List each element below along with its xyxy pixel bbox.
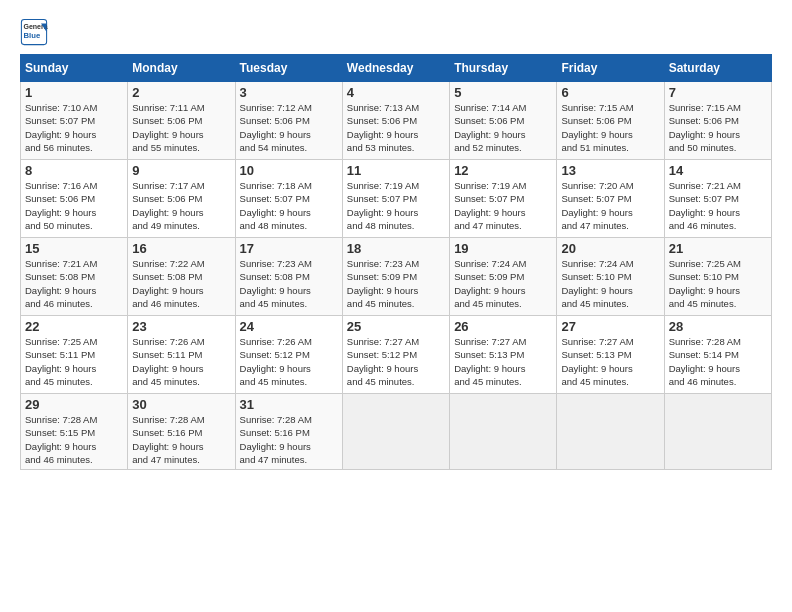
calendar-cell — [342, 394, 449, 470]
day-number: 1 — [25, 85, 123, 100]
day-number: 21 — [669, 241, 767, 256]
day-info: Sunrise: 7:20 AM Sunset: 5:07 PM Dayligh… — [561, 179, 659, 232]
calendar-cell: 28Sunrise: 7:28 AM Sunset: 5:14 PM Dayli… — [664, 316, 771, 394]
day-number: 22 — [25, 319, 123, 334]
calendar-cell: 26Sunrise: 7:27 AM Sunset: 5:13 PM Dayli… — [450, 316, 557, 394]
logo: General Blue — [20, 18, 50, 46]
day-number: 24 — [240, 319, 338, 334]
logo-icon: General Blue — [20, 18, 48, 46]
day-info: Sunrise: 7:15 AM Sunset: 5:06 PM Dayligh… — [561, 101, 659, 154]
day-header-monday: Monday — [128, 55, 235, 82]
day-number: 3 — [240, 85, 338, 100]
day-header-tuesday: Tuesday — [235, 55, 342, 82]
calendar-week-2: 8Sunrise: 7:16 AM Sunset: 5:06 PM Daylig… — [21, 160, 772, 238]
calendar-week-5: 29Sunrise: 7:28 AM Sunset: 5:15 PM Dayli… — [21, 394, 772, 470]
calendar-cell: 20Sunrise: 7:24 AM Sunset: 5:10 PM Dayli… — [557, 238, 664, 316]
day-info: Sunrise: 7:28 AM Sunset: 5:16 PM Dayligh… — [240, 413, 338, 466]
calendar-cell: 15Sunrise: 7:21 AM Sunset: 5:08 PM Dayli… — [21, 238, 128, 316]
day-info: Sunrise: 7:19 AM Sunset: 5:07 PM Dayligh… — [454, 179, 552, 232]
calendar-table: SundayMondayTuesdayWednesdayThursdayFrid… — [20, 54, 772, 470]
day-number: 20 — [561, 241, 659, 256]
calendar-week-3: 15Sunrise: 7:21 AM Sunset: 5:08 PM Dayli… — [21, 238, 772, 316]
day-info: Sunrise: 7:13 AM Sunset: 5:06 PM Dayligh… — [347, 101, 445, 154]
day-header-sunday: Sunday — [21, 55, 128, 82]
day-number: 14 — [669, 163, 767, 178]
calendar-cell: 27Sunrise: 7:27 AM Sunset: 5:13 PM Dayli… — [557, 316, 664, 394]
day-number: 19 — [454, 241, 552, 256]
day-info: Sunrise: 7:12 AM Sunset: 5:06 PM Dayligh… — [240, 101, 338, 154]
calendar-week-4: 22Sunrise: 7:25 AM Sunset: 5:11 PM Dayli… — [21, 316, 772, 394]
calendar-cell: 29Sunrise: 7:28 AM Sunset: 5:15 PM Dayli… — [21, 394, 128, 470]
day-info: Sunrise: 7:28 AM Sunset: 5:16 PM Dayligh… — [132, 413, 230, 466]
day-header-wednesday: Wednesday — [342, 55, 449, 82]
day-number: 26 — [454, 319, 552, 334]
day-number: 30 — [132, 397, 230, 412]
calendar-cell: 31Sunrise: 7:28 AM Sunset: 5:16 PM Dayli… — [235, 394, 342, 470]
day-info: Sunrise: 7:14 AM Sunset: 5:06 PM Dayligh… — [454, 101, 552, 154]
day-number: 29 — [25, 397, 123, 412]
calendar-cell: 5Sunrise: 7:14 AM Sunset: 5:06 PM Daylig… — [450, 82, 557, 160]
day-number: 31 — [240, 397, 338, 412]
day-info: Sunrise: 7:28 AM Sunset: 5:15 PM Dayligh… — [25, 413, 123, 466]
calendar-cell — [557, 394, 664, 470]
calendar-cell: 30Sunrise: 7:28 AM Sunset: 5:16 PM Dayli… — [128, 394, 235, 470]
calendar-cell: 18Sunrise: 7:23 AM Sunset: 5:09 PM Dayli… — [342, 238, 449, 316]
day-number: 10 — [240, 163, 338, 178]
calendar-cell: 8Sunrise: 7:16 AM Sunset: 5:06 PM Daylig… — [21, 160, 128, 238]
day-info: Sunrise: 7:27 AM Sunset: 5:13 PM Dayligh… — [454, 335, 552, 388]
calendar-cell: 6Sunrise: 7:15 AM Sunset: 5:06 PM Daylig… — [557, 82, 664, 160]
day-info: Sunrise: 7:27 AM Sunset: 5:12 PM Dayligh… — [347, 335, 445, 388]
day-info: Sunrise: 7:23 AM Sunset: 5:09 PM Dayligh… — [347, 257, 445, 310]
svg-text:Blue: Blue — [24, 31, 41, 40]
day-info: Sunrise: 7:10 AM Sunset: 5:07 PM Dayligh… — [25, 101, 123, 154]
day-info: Sunrise: 7:24 AM Sunset: 5:10 PM Dayligh… — [561, 257, 659, 310]
calendar-cell: 14Sunrise: 7:21 AM Sunset: 5:07 PM Dayli… — [664, 160, 771, 238]
calendar-week-1: 1Sunrise: 7:10 AM Sunset: 5:07 PM Daylig… — [21, 82, 772, 160]
calendar-cell: 19Sunrise: 7:24 AM Sunset: 5:09 PM Dayli… — [450, 238, 557, 316]
day-info: Sunrise: 7:23 AM Sunset: 5:08 PM Dayligh… — [240, 257, 338, 310]
calendar-cell: 1Sunrise: 7:10 AM Sunset: 5:07 PM Daylig… — [21, 82, 128, 160]
day-info: Sunrise: 7:28 AM Sunset: 5:14 PM Dayligh… — [669, 335, 767, 388]
calendar-header-row: SundayMondayTuesdayWednesdayThursdayFrid… — [21, 55, 772, 82]
calendar-cell: 2Sunrise: 7:11 AM Sunset: 5:06 PM Daylig… — [128, 82, 235, 160]
day-number: 18 — [347, 241, 445, 256]
day-info: Sunrise: 7:25 AM Sunset: 5:11 PM Dayligh… — [25, 335, 123, 388]
day-number: 25 — [347, 319, 445, 334]
calendar-cell: 11Sunrise: 7:19 AM Sunset: 5:07 PM Dayli… — [342, 160, 449, 238]
day-number: 15 — [25, 241, 123, 256]
calendar-cell: 10Sunrise: 7:18 AM Sunset: 5:07 PM Dayli… — [235, 160, 342, 238]
calendar-cell: 12Sunrise: 7:19 AM Sunset: 5:07 PM Dayli… — [450, 160, 557, 238]
day-number: 8 — [25, 163, 123, 178]
day-info: Sunrise: 7:17 AM Sunset: 5:06 PM Dayligh… — [132, 179, 230, 232]
calendar-cell: 7Sunrise: 7:15 AM Sunset: 5:06 PM Daylig… — [664, 82, 771, 160]
day-info: Sunrise: 7:18 AM Sunset: 5:07 PM Dayligh… — [240, 179, 338, 232]
day-header-thursday: Thursday — [450, 55, 557, 82]
day-header-saturday: Saturday — [664, 55, 771, 82]
day-info: Sunrise: 7:27 AM Sunset: 5:13 PM Dayligh… — [561, 335, 659, 388]
day-info: Sunrise: 7:15 AM Sunset: 5:06 PM Dayligh… — [669, 101, 767, 154]
day-info: Sunrise: 7:16 AM Sunset: 5:06 PM Dayligh… — [25, 179, 123, 232]
day-number: 12 — [454, 163, 552, 178]
day-number: 13 — [561, 163, 659, 178]
day-number: 27 — [561, 319, 659, 334]
day-header-friday: Friday — [557, 55, 664, 82]
calendar-cell: 23Sunrise: 7:26 AM Sunset: 5:11 PM Dayli… — [128, 316, 235, 394]
day-number: 2 — [132, 85, 230, 100]
day-number: 11 — [347, 163, 445, 178]
day-info: Sunrise: 7:11 AM Sunset: 5:06 PM Dayligh… — [132, 101, 230, 154]
calendar-cell — [450, 394, 557, 470]
calendar-cell: 22Sunrise: 7:25 AM Sunset: 5:11 PM Dayli… — [21, 316, 128, 394]
day-number: 6 — [561, 85, 659, 100]
day-info: Sunrise: 7:26 AM Sunset: 5:12 PM Dayligh… — [240, 335, 338, 388]
calendar-cell — [664, 394, 771, 470]
day-number: 9 — [132, 163, 230, 178]
day-info: Sunrise: 7:19 AM Sunset: 5:07 PM Dayligh… — [347, 179, 445, 232]
day-info: Sunrise: 7:22 AM Sunset: 5:08 PM Dayligh… — [132, 257, 230, 310]
calendar-cell: 4Sunrise: 7:13 AM Sunset: 5:06 PM Daylig… — [342, 82, 449, 160]
day-number: 17 — [240, 241, 338, 256]
day-info: Sunrise: 7:24 AM Sunset: 5:09 PM Dayligh… — [454, 257, 552, 310]
calendar-cell: 13Sunrise: 7:20 AM Sunset: 5:07 PM Dayli… — [557, 160, 664, 238]
day-info: Sunrise: 7:21 AM Sunset: 5:07 PM Dayligh… — [669, 179, 767, 232]
day-number: 5 — [454, 85, 552, 100]
calendar-cell: 3Sunrise: 7:12 AM Sunset: 5:06 PM Daylig… — [235, 82, 342, 160]
